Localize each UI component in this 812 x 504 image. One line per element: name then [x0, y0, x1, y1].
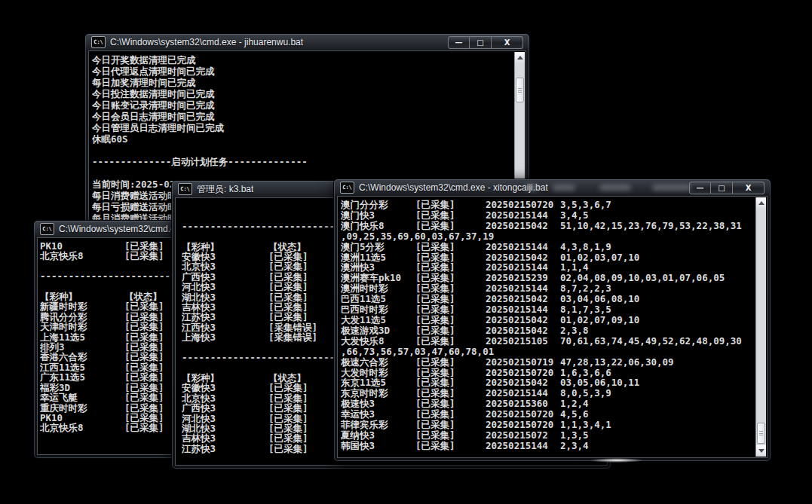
- console-xitongcaiji[interactable]: 澳门分分彩[已采集]2025021507203,5,3,6,7澳门快3[已采集]…: [337, 196, 768, 458]
- collection-row: 大发快乐8[已采集]2025021510570,61,63,74,45,49,5…: [341, 336, 755, 347]
- lottery-row-col1: [已采集]: [124, 372, 164, 382]
- collection-row: 澳洲时时彩[已采集]202502151448,7,2,2,3: [341, 283, 755, 294]
- collection-row-col2: 20250215144: [486, 441, 560, 451]
- collection-row-col3: 1,1,3,4,1: [560, 420, 611, 430]
- console-line: 今日代理返点清理时间已完成: [92, 66, 514, 77]
- lottery-row-col0: 湖北快3: [182, 423, 268, 433]
- collection-row-col3: 03,05,06,10,11: [560, 377, 639, 388]
- console-line: [92, 167, 514, 179]
- table-header-col1: 【状态】: [268, 242, 306, 252]
- collection-row: 东京时时彩[已采集]202502151448,0,5,3,9: [341, 388, 755, 399]
- collection-row-col3: 8,7,2,2,3: [560, 283, 611, 294]
- lottery-row-col0: 吉林快3: [182, 302, 268, 312]
- window-xitongcaiji[interactable]: C:\ C:\Windows\system32\cmd.exe - xitong…: [334, 179, 771, 461]
- scroll-up-button[interactable]: [515, 52, 525, 63]
- lottery-row-col0: 北京快3: [182, 261, 268, 271]
- lottery-row-col0: 北京快乐8: [40, 423, 124, 432]
- titlebar-jihuarenwu[interactable]: C:\ C:\Windows\system32\cmd.exe - jihuar…: [85, 34, 529, 50]
- lottery-row-col1: [已采集]: [268, 261, 308, 271]
- collection-row-col1: [已采集]: [415, 242, 486, 252]
- lottery-row-col1: [已采集]: [124, 403, 164, 413]
- maximize-button[interactable]: □: [470, 36, 492, 49]
- scroll-down-button[interactable]: [756, 445, 766, 457]
- collection-row-col0: 澳门快乐8: [341, 221, 415, 231]
- collection-row-col0: 极速快3: [341, 399, 415, 409]
- blur-smudge: [652, 185, 691, 191]
- collection-row-col0: 澳门分分彩: [341, 200, 415, 210]
- collection-row-col2: 20250215144: [486, 304, 560, 315]
- collection-row-col1: [已采集]: [415, 304, 486, 315]
- collection-row: 幸运快3[已采集]2025021507204,5,6: [341, 409, 755, 420]
- lottery-row-col0: 江西快3: [182, 322, 268, 332]
- collection-row-col2: 20250215105: [486, 336, 560, 347]
- lottery-row-col0: 北京快3: [182, 393, 268, 403]
- minimize-button[interactable]: —: [689, 182, 711, 194]
- lottery-row-col0: 北京快乐8: [40, 251, 124, 261]
- lottery-row-col1: [已采集]: [124, 312, 164, 322]
- lottery-row-col1: [已采集]: [268, 252, 308, 261]
- collection-row: 东京11选5[已采集]2025021504203,05,06,10,11: [341, 377, 755, 388]
- collection-row-col0: 极速六合彩: [341, 357, 415, 368]
- lottery-row-col1: [已采集]: [124, 362, 164, 372]
- scrollbar-thumb[interactable]: [516, 78, 524, 102]
- collection-row-col0: 大发快乐8: [341, 336, 415, 347]
- collection-row-col3: 4,5,6: [560, 409, 589, 420]
- collection-row-col1: [已采集]: [415, 210, 486, 221]
- console-output: 澳门分分彩[已采集]2025021507203,5,3,6,7澳门快3[已采集]…: [338, 197, 755, 457]
- thumb-grip-icon: [759, 431, 763, 435]
- collection-row: 夏纳快3[已采集]202502150721,3,5: [341, 430, 755, 441]
- scrollbar[interactable]: [755, 197, 766, 457]
- numbers-continuation-line: ,09,25,35,69,60,03,67,37,19: [341, 231, 755, 242]
- collection-row: 澳洲赛车pk10[已采集]2025021523902,04,08,09,10,0…: [341, 273, 755, 283]
- collection-row-col3: 01,02,03,07,10: [560, 252, 639, 263]
- table-header-col0: 【彩种】: [182, 373, 268, 383]
- scrollbar-thumb[interactable]: [757, 423, 765, 444]
- lottery-row-col0: 河北快3: [182, 282, 268, 292]
- lottery-row-col1: [已采集]: [124, 322, 164, 331]
- collection-row-col1: [已采集]: [415, 273, 486, 283]
- collection-row-col1: [已采集]: [415, 262, 486, 273]
- arrow-up-icon: [517, 53, 523, 60]
- blur-smudge: [553, 185, 575, 191]
- collection-row: 澳洲11选5[已采集]2025021504201,02,03,07,10: [341, 252, 755, 263]
- minimize-button[interactable]: —: [448, 36, 470, 49]
- arrow-up-icon: [758, 198, 765, 205]
- lottery-row-col1: [已采集]: [124, 413, 164, 423]
- collection-row-col3: 02,04,08,09,10,03,01,07,06,05: [560, 273, 725, 283]
- maximize-button[interactable]: □: [711, 182, 733, 194]
- lottery-row-col0: 吉林快3: [182, 433, 268, 443]
- collection-row-col3: 1,1,4: [560, 262, 589, 273]
- cmd-icon: C:\: [178, 183, 192, 195]
- collection-row-col3: 2,3,8: [560, 325, 589, 336]
- console-line: [92, 145, 514, 156]
- collection-row-col3: 4,3,8,1,9: [560, 242, 611, 252]
- collection-row-col3: 51,10,42,15,23,76,79,53,22,38,31: [560, 221, 742, 231]
- lottery-row-col1: [已采集]: [124, 342, 164, 352]
- lottery-row-col1: [已采集]: [268, 433, 308, 443]
- lottery-row-col0: 河北快3: [182, 414, 268, 423]
- collection-row: 巴西时时彩[已采集]202502151448,1,7,3,5: [341, 304, 755, 315]
- collection-row-col3: 3,4,5: [560, 210, 589, 221]
- collection-row-col3: 1,2,4: [560, 399, 589, 409]
- collection-row-col1: [已采集]: [415, 441, 486, 451]
- collection-row-col0: 东京11选5: [341, 377, 415, 388]
- frame-light-glow: [590, 458, 643, 463]
- scroll-up-button[interactable]: [756, 197, 766, 209]
- table-header-col0: 【彩种】: [40, 292, 124, 301]
- collection-row: 极速快3[已采集]202502153601,2,4: [341, 399, 755, 409]
- collection-row-col3: 3,5,3,6,7: [560, 200, 611, 210]
- collection-row-col2: 202502150719: [486, 357, 560, 368]
- lottery-row-col1: [已采集]: [268, 302, 308, 312]
- lottery-row-col1: [已采集]: [268, 403, 308, 413]
- collection-row-col1: [已采集]: [415, 221, 486, 231]
- thumb-grip-icon: [518, 88, 522, 93]
- collection-row-col2: 20250215042: [486, 315, 560, 325]
- lottery-row-col0: 广东11选5: [40, 372, 124, 382]
- titlebar-xitongcaiji[interactable]: C:\ C:\Windows\system32\cmd.exe - xitong…: [334, 179, 771, 196]
- desktop: { "colors":{"desktop_bg":"#000000","cons…: [0, 0, 812, 504]
- collection-row-col2: 20250215042: [486, 377, 560, 388]
- collection-row-col2: 20250215144: [486, 283, 560, 294]
- collection-row-col1: [已采集]: [415, 399, 486, 409]
- close-button[interactable]: X: [733, 182, 765, 194]
- close-button[interactable]: X: [492, 36, 523, 49]
